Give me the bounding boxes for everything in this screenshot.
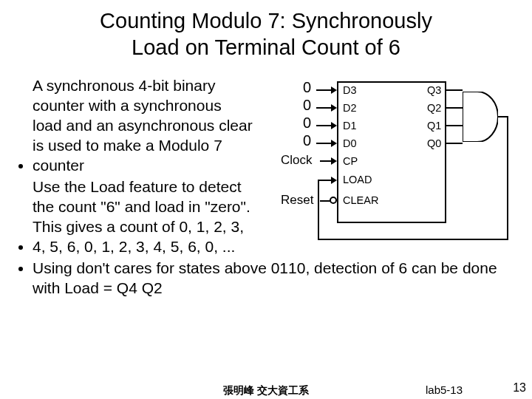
pin-q3: Q3 [427,85,441,96]
arrow-clock [331,157,337,165]
wire-and-out-5 [318,180,332,181]
wire-and-out-2 [507,116,508,240]
bullet-3: Using don't cares for states above 0110,… [33,258,517,298]
arrow-d2 [331,104,337,112]
arrow-d3 [331,86,337,94]
input-clock-label: Clock [281,154,313,166]
pin-d1: D1 [343,120,357,132]
wire-q0 [446,143,463,144]
pin-load: LOAD [343,174,372,185]
input-d2-value: 0 [303,99,311,112]
input-reset-label: Reset [281,194,313,206]
wire-q2 [446,107,463,109]
counter-diagram: 0 D3 Q3 0 D2 Q2 0 D1 Q1 0 D0 Q0 Clock CP… [279,77,516,262]
pin-q0: Q0 [427,138,441,149]
wire-and-out-3 [318,239,508,240]
bubble-clear [330,197,337,204]
wire-d3 [316,89,332,91]
input-d1-value: 0 [303,117,311,129]
and-gate [463,92,498,142]
pin-cp: CP [343,156,358,167]
wire-d0 [316,143,332,144]
pin-q2: Q2 [427,103,441,114]
pin-clear: CLEAR [343,195,378,206]
pin-d3: D3 [343,85,357,96]
wire-and-out-4 [318,180,319,240]
pin-d2: D2 [343,103,357,114]
arrow-d1 [331,122,337,129]
input-d3-value: 0 [303,81,311,94]
pin-q1: Q1 [427,120,441,132]
slide-title: Counting Modulo 7: Synchronously Load on… [0,7,532,61]
wire-reset [320,200,330,202]
arrow-load [331,177,337,184]
wire-d2 [316,107,332,109]
wire-q1 [446,125,463,126]
arrow-d0 [331,140,337,147]
input-d0-value: 0 [303,134,311,147]
wire-d1 [316,125,332,126]
author-footer: 張明峰 交大資工系 [0,384,532,398]
pin-d0: D0 [343,138,357,149]
wire-q3 [446,89,463,91]
